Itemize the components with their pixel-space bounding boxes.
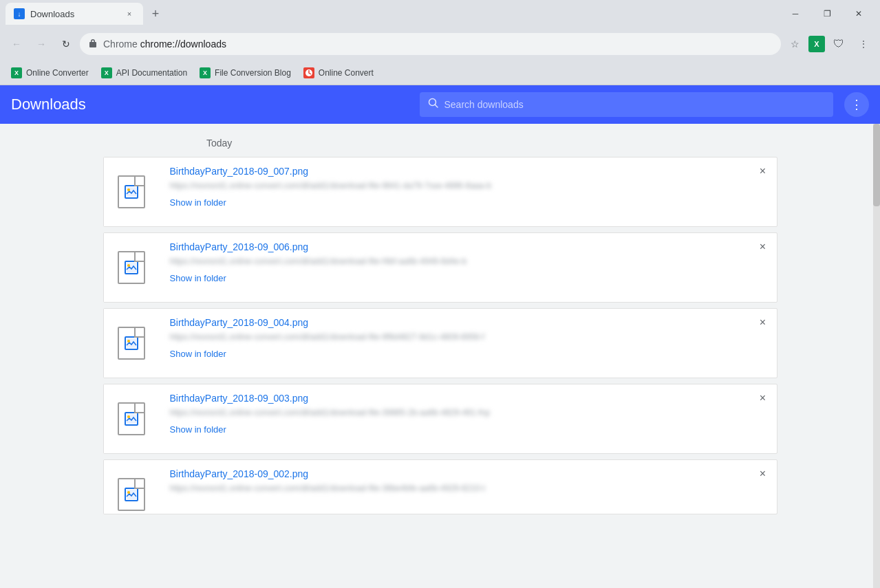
download-list: BirthdayParty_2018-09_007.png https://re… [103,157,777,520]
bookmark-api-documentation[interactable]: X API Documentation [96,65,193,81]
download-thumb-1 [104,233,159,302]
active-tab[interactable]: ↓ Downloads × [6,3,143,25]
bookmark-label-1: Online Converter [26,68,89,78]
scrollbar-thumb[interactable] [873,124,880,206]
download-url-0: https://rexnord1.online-convert.com/dl/a… [170,181,766,190]
secure-icon [88,39,98,50]
search-box[interactable] [420,92,834,117]
show-in-folder-1[interactable]: Show in folder [170,273,766,283]
download-filename-2[interactable]: BirthdayParty_2018-09_004.png [170,317,766,328]
download-item-0: BirthdayParty_2018-09_007.png https://re… [103,157,777,227]
file-icon-0 [118,175,145,208]
download-item-1: BirthdayParty_2018-09_006.png https://re… [103,232,777,303]
remove-button-1[interactable]: × [755,239,771,255]
download-info-4: BirthdayParty_2018-09_002.png https://re… [159,460,777,514]
download-thumb-4 [104,460,159,514]
address-text: Chrome chrome://downloads [103,39,773,50]
file-icon-img-2 [125,336,138,350]
title-bar: ↓ Downloads × + ─ ❐ ✕ [0,0,880,28]
file-icon-img-0 [125,185,138,199]
file-icon-img-1 [125,261,138,274]
bookmark-favicon-2: X [101,67,112,78]
download-url-2: https://rexnord1.online-convert.com/dl/a… [170,332,766,342]
show-in-folder-0[interactable]: Show in folder [170,197,766,208]
download-url-4: https://rexnord1.online-convert.com/dl/a… [170,483,766,493]
page-title: Downloads [11,96,409,113]
download-url-3: https://rexnord1.online-convert.com/dl/a… [170,408,766,417]
bookmark-online-convert[interactable]: Online Convert [298,65,379,81]
remove-button-3[interactable]: × [755,390,771,406]
bookmarks-bar: X Online Converter X API Documentation X… [0,61,880,85]
file-icon-3 [118,402,145,435]
tab-title: Downloads [30,9,118,19]
extension-2-button[interactable]: 🛡 [828,33,850,55]
url-protocol: Chrome [103,39,138,50]
download-item-4: BirthdayParty_2018-09_002.png https://re… [103,459,777,514]
maximize-button[interactable]: ❐ [811,0,843,28]
remove-button-4[interactable]: × [755,466,771,482]
bookmark-favicon-4 [303,67,314,78]
download-info-1: BirthdayParty_2018-09_006.png https://re… [159,233,777,302]
tab-favicon: ↓ [14,8,25,19]
download-thumb-0 [104,157,159,226]
tab-close-button[interactable]: × [124,8,135,19]
bookmark-online-converter[interactable]: X Online Converter [6,65,94,81]
extension-1-button[interactable]: X [808,36,825,52]
main-content: Today BirthdayParty_2018-09_007.png http… [0,124,880,588]
download-url-1: https://rexnord1.online-convert.com/dl/a… [170,257,766,266]
show-in-folder-3[interactable]: Show in folder [170,424,766,435]
scrollbar-track [873,124,880,588]
download-filename-3[interactable]: BirthdayParty_2018-09_003.png [170,393,766,404]
new-tab-button[interactable]: + [146,4,165,23]
file-icon-img-4 [125,488,138,501]
close-button[interactable]: ✕ [843,0,874,28]
reload-button[interactable]: ↻ [55,33,77,55]
section-today-label: Today [206,138,880,149]
chrome-menu-button[interactable]: ⋮ [852,33,874,55]
show-in-folder-2[interactable]: Show in folder [170,349,766,359]
download-item-3: BirthdayParty_2018-09_003.png https://re… [103,384,777,454]
file-icon-1 [118,251,145,284]
download-thumb-2 [104,309,159,378]
search-icon [428,98,439,111]
svg-point-4 [127,188,130,191]
bookmark-favicon-1: X [11,67,22,78]
window-controls: ─ ❐ ✕ [780,0,874,28]
downloads-menu-button[interactable]: ⋮ [844,92,869,117]
svg-point-6 [127,264,130,267]
bookmark-file-conversion-blog[interactable]: X File Conversion Blog [194,65,297,81]
address-input[interactable]: Chrome chrome://downloads [80,33,781,55]
download-item-2: BirthdayParty_2018-09_004.png https://re… [103,308,777,378]
file-icon-4 [118,478,145,511]
downloads-header: Downloads ⋮ [0,85,880,124]
bookmark-label-3: File Conversion Blog [215,68,291,78]
bookmark-label-2: API Documentation [116,68,187,78]
minimize-button[interactable]: ─ [780,0,811,28]
file-icon-img-3 [125,412,138,426]
address-bar: ← → ↻ Chrome chrome://downloads ☆ X 🛡 ⋮ [0,28,880,61]
forward-button[interactable]: → [30,33,52,55]
bookmark-favicon-3: X [200,67,211,78]
remove-button-0[interactable]: × [755,163,771,179]
search-input[interactable] [444,99,826,110]
remove-button-2[interactable]: × [755,314,771,331]
download-info-0: BirthdayParty_2018-09_007.png https://re… [159,157,777,226]
download-filename-1[interactable]: BirthdayParty_2018-09_006.png [170,241,766,252]
download-info-2: BirthdayParty_2018-09_004.png https://re… [159,309,777,378]
file-icon-2 [118,327,145,360]
url-path: chrome://downloads [140,39,226,50]
svg-line-2 [435,105,438,108]
download-info-3: BirthdayParty_2018-09_003.png https://re… [159,384,777,453]
download-filename-4[interactable]: BirthdayParty_2018-09_002.png [170,468,766,479]
svg-point-8 [127,340,130,342]
download-filename-0[interactable]: BirthdayParty_2018-09_007.png [170,166,766,177]
address-actions: ☆ X 🛡 ⋮ [784,33,874,55]
bookmark-star-button[interactable]: ☆ [784,33,806,55]
bookmark-label-4: Online Convert [319,68,374,78]
back-button[interactable]: ← [6,33,28,55]
svg-point-10 [127,415,130,418]
svg-point-12 [127,491,130,494]
download-thumb-3 [104,384,159,453]
